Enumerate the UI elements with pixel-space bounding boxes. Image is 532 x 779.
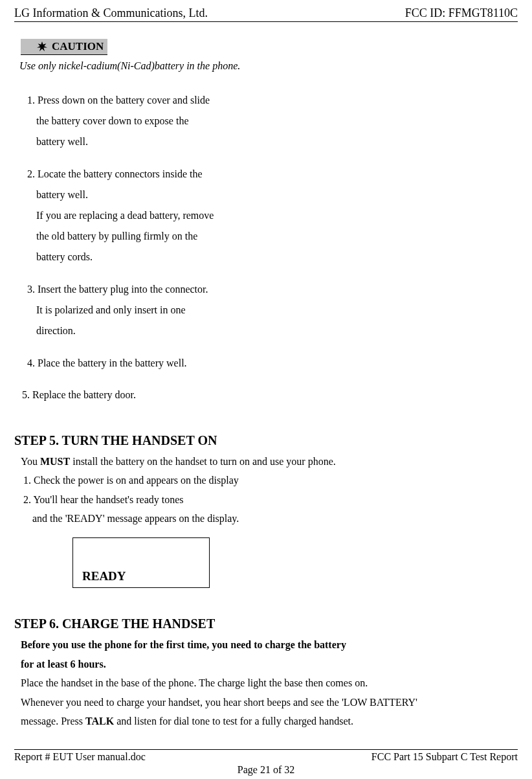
header-right: FCC ID: FFMGT8110C — [405, 6, 518, 20]
caution-text: Use only nickel-cadium(Ni-Cad)battery in… — [19, 60, 518, 72]
step6-line-2: Whenever you need to charge your handset… — [21, 693, 518, 712]
step-3-line-3: direction. — [27, 321, 518, 341]
ready-display: READY — [72, 537, 210, 588]
step-1: 1. Press down on the battery cover and s… — [27, 90, 518, 152]
step5-intro-bold: MUST — [40, 456, 70, 467]
step6-heading: STEP 6. CHARGE THE HANDSET — [14, 616, 518, 631]
page-header: LG Information & Communications, Ltd. FC… — [14, 6, 518, 22]
step6-line-1: Place the handset in the base of the pho… — [21, 673, 518, 693]
step6-line-3: message. Press TALK and listen for dial … — [21, 712, 518, 731]
step6-line-3-bold: TALK — [85, 716, 114, 727]
step-2-line-4: the old battery by pulling firmly on the — [27, 226, 518, 247]
step5-intro-post: install the battery on the handset to tu… — [70, 456, 336, 467]
step5-line-3: and the 'READY' message appears on the d… — [32, 509, 518, 528]
step5-intro-pre: You — [21, 456, 40, 467]
step5-intro: You MUST install the battery on the hand… — [21, 452, 518, 471]
page-footer: Report # EUT User manual.doc FCC Part 15… — [14, 750, 518, 763]
caution-heading: CAUTION — [21, 39, 518, 55]
caution-box: CAUTION — [21, 39, 107, 55]
step6-body: Before you use the phone for the first t… — [21, 635, 518, 731]
step-4: 4. Place the battery in the battery well… — [27, 353, 518, 374]
step6-line-3-post: and listen for dial tone to test for a f… — [114, 716, 353, 727]
document-page: LG Information & Communications, Ltd. FC… — [0, 0, 532, 779]
step-2-line-2: battery well. — [27, 185, 518, 205]
battery-steps: 1. Press down on the battery cover and s… — [27, 90, 518, 374]
step-2-line-1: 2. Locate the battery connectors inside … — [27, 164, 518, 185]
step-2-line-5: battery cords. — [27, 247, 518, 267]
caution-label: CAUTION — [52, 40, 104, 53]
step-1-line-2: the battery cover down to expose the — [27, 111, 518, 131]
step6-bold-2: for at least 6 hours. — [21, 655, 518, 674]
step-2: 2. Locate the battery connectors inside … — [27, 164, 518, 267]
step5-line-2: 2. You'll hear the handset's ready tones — [23, 490, 518, 510]
step-3-line-1: 3. Insert the battery plug into the conn… — [27, 279, 518, 300]
footer-left: Report # EUT User manual.doc — [14, 751, 146, 763]
step5-line-1: 1. Check the power is on and appears on … — [23, 471, 518, 490]
header-left: LG Information & Communications, Ltd. — [14, 6, 208, 20]
step6-bold-1: Before you use the phone for the first t… — [21, 635, 518, 655]
step-1-line-1: 1. Press down on the battery cover and s… — [27, 90, 518, 111]
svg-marker-0 — [37, 41, 47, 51]
step-1-line-3: battery well. — [27, 131, 518, 152]
footer-right: FCC Part 15 Subpart C Test Report — [371, 751, 518, 763]
step-3: 3. Insert the battery plug into the conn… — [27, 279, 518, 341]
step-5-replace: 5. Replace the battery door. — [22, 385, 518, 405]
footer-page-number: Page 21 of 32 — [14, 764, 518, 776]
step-2-line-3: If you are replacing a dead battery, rem… — [27, 205, 518, 226]
ready-display-text: READY — [82, 569, 126, 583]
burst-icon — [36, 42, 48, 51]
step6-line-3-pre: message. Press — [21, 716, 85, 727]
step-3-line-2: It is polarized and only insert in one — [27, 300, 518, 321]
step5-heading: STEP 5. TURN THE HANDSET ON — [14, 433, 518, 448]
